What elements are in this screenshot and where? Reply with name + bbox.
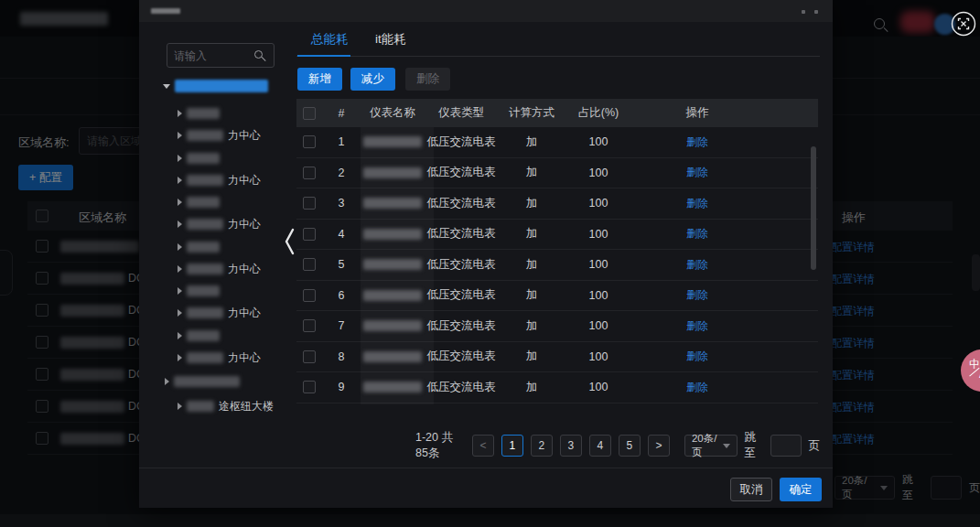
row-checkbox[interactable] bbox=[303, 319, 316, 332]
select-all-checkbox[interactable] bbox=[303, 107, 316, 120]
caret-right-icon[interactable] bbox=[178, 332, 182, 339]
tree-node[interactable]: 途枢纽大楼 bbox=[178, 399, 274, 414]
meter-table-header: # 仪表名称 仪表类型 计算方式 占比(%) 操作 bbox=[296, 99, 818, 127]
page-button-3[interactable]: 3 bbox=[560, 435, 582, 457]
page-button-1[interactable]: 1 bbox=[501, 435, 523, 457]
tree-node[interactable] bbox=[178, 240, 224, 254]
delete-link[interactable]: 删除 bbox=[686, 258, 708, 271]
jump-page-input[interactable] bbox=[770, 435, 802, 457]
minimize-icon[interactable] bbox=[802, 10, 805, 14]
row-checkbox[interactable] bbox=[303, 135, 316, 148]
table-row: 3低压交流电表加100删除 bbox=[296, 188, 818, 220]
table-row: 9低压交流电表加100删除 bbox=[296, 372, 818, 403]
tree-node[interactable]: 力中心 bbox=[178, 173, 261, 188]
tree-node[interactable]: 力中心 bbox=[178, 217, 261, 231]
prev-page-button[interactable]: < bbox=[472, 435, 494, 457]
tree-node[interactable] bbox=[178, 284, 224, 298]
redacted-text bbox=[187, 219, 223, 230]
cell-calc: 加 bbox=[498, 287, 565, 303]
row-checkbox[interactable] bbox=[303, 167, 316, 179]
cell-meter-type: 低压交流电表 bbox=[425, 165, 498, 180]
pagination-summary: 1-20 共85条 bbox=[415, 430, 465, 461]
page-button-2[interactable]: 2 bbox=[531, 435, 553, 457]
tree-node[interactable] bbox=[178, 151, 224, 166]
caret-right-icon[interactable] bbox=[178, 403, 182, 410]
caret-right-icon[interactable] bbox=[178, 155, 182, 162]
fullscreen-icon[interactable] bbox=[951, 11, 976, 40]
tree-node-selected[interactable] bbox=[163, 79, 273, 93]
caret-right-icon[interactable] bbox=[178, 243, 182, 251]
cell-calc: 加 bbox=[498, 257, 565, 273]
delete-link[interactable]: 删除 bbox=[686, 166, 708, 178]
tab-it-energy[interactable]: it能耗 bbox=[375, 31, 406, 48]
table-row: 2低压交流电表加100删除 bbox=[296, 158, 818, 189]
caret-right-icon[interactable] bbox=[178, 220, 182, 228]
delete-link[interactable]: 删除 bbox=[686, 197, 708, 210]
next-page-button[interactable]: > bbox=[648, 435, 670, 457]
row-checkbox[interactable] bbox=[303, 289, 316, 302]
tree-node[interactable]: 力中心 bbox=[178, 262, 261, 276]
delete-link[interactable]: 删除 bbox=[686, 227, 708, 240]
delete-link[interactable]: 删除 bbox=[686, 350, 708, 362]
page-button-4[interactable]: 4 bbox=[589, 435, 611, 457]
cell-percent: 100 bbox=[565, 381, 631, 393]
caret-right-icon[interactable] bbox=[178, 309, 182, 317]
column-index: # bbox=[322, 107, 361, 120]
delete-link[interactable]: 删除 bbox=[686, 288, 708, 301]
column-action: 操作 bbox=[631, 105, 763, 121]
row-checkbox[interactable] bbox=[303, 228, 316, 241]
caret-right-icon[interactable] bbox=[178, 110, 182, 117]
cell-calc: 加 bbox=[498, 318, 565, 334]
cell-index: 2 bbox=[322, 167, 361, 179]
cell-percent: 100 bbox=[565, 289, 631, 302]
reduce-button[interactable]: 减少 bbox=[350, 68, 395, 91]
caret-right-icon[interactable] bbox=[178, 287, 182, 295]
tree-search-input[interactable] bbox=[174, 48, 253, 63]
row-checkbox[interactable] bbox=[303, 197, 316, 210]
cell-meter-type: 低压交流电表 bbox=[425, 196, 498, 211]
table-scrollbar-thumb[interactable] bbox=[811, 146, 816, 270]
page-size-select[interactable]: 20条/页 bbox=[684, 435, 738, 457]
caret-right-icon[interactable] bbox=[178, 132, 182, 139]
caret-right-icon[interactable] bbox=[178, 354, 182, 361]
tree-node[interactable] bbox=[165, 374, 244, 389]
collapse-panel-icon[interactable] bbox=[282, 225, 296, 262]
confirm-button[interactable]: 确定 bbox=[780, 478, 822, 501]
row-checkbox[interactable] bbox=[303, 350, 316, 363]
redacted-text bbox=[187, 285, 220, 296]
tree-node[interactable]: 力中心 bbox=[178, 350, 261, 365]
cell-calc: 加 bbox=[498, 349, 565, 364]
redacted-text bbox=[187, 153, 220, 164]
tree-node[interactable]: 力中心 bbox=[178, 128, 261, 143]
caret-right-icon[interactable] bbox=[178, 265, 182, 273]
delete-link[interactable]: 删除 bbox=[686, 381, 708, 393]
caret-down-icon[interactable] bbox=[163, 84, 170, 89]
tree-node[interactable] bbox=[178, 195, 224, 210]
caret-right-icon[interactable] bbox=[178, 199, 182, 206]
delete-button[interactable]: 删除 bbox=[405, 68, 450, 91]
cell-percent: 100 bbox=[565, 135, 631, 148]
tab-total-energy[interactable]: 总能耗 bbox=[311, 31, 349, 48]
column-calc-method: 计算方式 bbox=[498, 105, 565, 121]
redacted-text bbox=[363, 290, 422, 301]
close-icon[interactable] bbox=[814, 10, 818, 14]
page-button-5[interactable]: 5 bbox=[619, 435, 641, 457]
tree-node[interactable]: 力中心 bbox=[178, 306, 261, 320]
delete-link[interactable]: 删除 bbox=[686, 319, 708, 332]
cell-index: 1 bbox=[322, 135, 361, 148]
add-button[interactable]: 新增 bbox=[297, 68, 342, 91]
caret-right-icon[interactable] bbox=[165, 378, 169, 385]
row-checkbox[interactable] bbox=[303, 381, 316, 393]
cancel-button[interactable]: 取消 bbox=[730, 478, 772, 501]
delete-link[interactable]: 删除 bbox=[686, 135, 708, 148]
caret-right-icon[interactable] bbox=[178, 177, 182, 184]
tree-node[interactable] bbox=[178, 328, 224, 343]
cell-calc: 加 bbox=[498, 196, 565, 211]
dialog-content: 总能耗 it能耗 新增 减少 删除 # 仪表名称 仪表类型 计算方式 占比(%)… bbox=[296, 24, 820, 403]
table-row: 8低压交流电表加100删除 bbox=[296, 342, 818, 373]
row-checkbox[interactable] bbox=[303, 258, 316, 271]
tree-node[interactable] bbox=[178, 106, 224, 121]
meter-table: # 仪表名称 仪表类型 计算方式 占比(%) 操作 1低压交流电表加100删除 … bbox=[296, 99, 818, 403]
cell-meter-type: 低压交流电表 bbox=[425, 226, 498, 242]
redacted-text bbox=[187, 352, 223, 363]
